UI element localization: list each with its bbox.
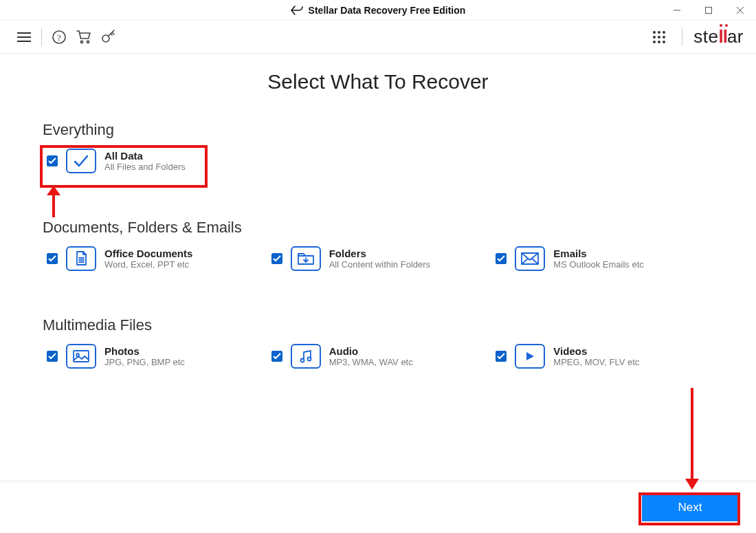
key-icon[interactable] [97,25,120,49]
checkbox-all-data[interactable] [47,155,58,166]
option-title: Photos [104,345,185,357]
svg-text:?: ? [57,32,61,42]
option-subtitle: All Files and Folders [104,162,186,172]
option-subtitle: JPG, PNG, BMP etc [104,357,185,367]
section-label-everything: Everything [43,121,713,139]
svg-point-12 [653,31,656,34]
option-title: Audio [329,345,413,357]
svg-rect-1 [706,8,712,14]
svg-point-10 [87,41,89,43]
back-arrow-icon [291,6,303,15]
svg-point-16 [658,36,660,39]
brand-logo: stellar [693,26,744,47]
checkbox-emails[interactable] [496,253,507,264]
next-button[interactable]: Next [642,494,738,521]
footer: Next [0,481,756,533]
svg-line-26 [522,259,528,264]
svg-point-9 [80,41,82,43]
option-subtitle: MP3, WMA, WAV etc [329,357,413,367]
section-docs: Documents, Folders & Emails Office Docum… [43,219,713,271]
checkbox-office-documents[interactable] [47,253,58,264]
maximize-button[interactable] [693,0,724,21]
option-title: Videos [553,345,639,357]
option-subtitle: All Content within Folders [329,259,430,270]
section-media: Multimedia Files Photos JPG, PNG, BMP et… [43,316,713,369]
titlebar: Stellar Data Recovery Free Edition [0,0,756,21]
separator [682,28,682,46]
minimize-button[interactable] [661,0,693,21]
option-title: Emails [553,248,644,259]
help-icon[interactable]: ? [47,25,71,49]
option-title: Office Documents [104,248,192,259]
checkbox-folders[interactable] [271,253,282,264]
svg-point-19 [658,41,660,43]
grid-apps-icon[interactable] [647,25,671,49]
option-office-documents[interactable]: Office Documents Word, Excel, PPT etc [47,246,265,271]
option-subtitle: Word, Excel, PPT etc [104,259,192,270]
svg-marker-32 [526,352,534,360]
image-icon [66,344,96,369]
checkbox-audio[interactable] [271,351,282,362]
page-title: Select What To Recover [43,70,713,94]
option-subtitle: MS Outlook Emails etc [553,259,644,270]
window-title: Stellar Data Recovery Free Edition [309,5,466,16]
option-videos[interactable]: Videos MPEG, MOV, FLV etc [496,344,713,369]
toolbar: ? stellar [0,21,756,54]
option-emails[interactable]: Emails MS Outlook Emails etc [496,246,713,271]
close-button[interactable] [724,0,756,21]
checkbox-videos[interactable] [496,351,507,362]
svg-line-27 [532,259,538,264]
check-icon [66,149,96,173]
svg-point-14 [663,31,665,34]
svg-point-13 [658,31,660,34]
section-label-media: Multimedia Files [43,316,713,334]
annotation-arrow-down [682,387,702,492]
checkbox-photos[interactable] [47,351,58,362]
option-title: All Data [104,150,186,162]
svg-point-18 [653,41,656,43]
svg-point-20 [663,41,665,43]
cart-icon[interactable] [72,25,96,49]
music-note-icon [291,344,321,369]
svg-point-31 [307,358,311,361]
main-content: Select What To Recover Everything All Da… [0,54,756,369]
folder-download-icon [291,246,321,271]
option-title: Folders [329,248,430,259]
option-photos[interactable]: Photos JPG, PNG, BMP etc [47,344,265,369]
window-controls [661,0,756,21]
svg-point-30 [300,359,304,362]
option-folders[interactable]: Folders All Content within Folders [271,246,489,271]
option-audio[interactable]: Audio MP3, WMA, WAV etc [271,344,489,369]
section-label-docs: Documents, Folders & Emails [43,219,713,237]
option-all-data[interactable]: All Data All Files and Folders [47,149,713,173]
svg-point-17 [663,36,665,39]
svg-point-15 [653,36,656,39]
separator [41,28,42,46]
svg-rect-28 [74,351,89,362]
hamburger-menu-icon[interactable] [12,25,36,49]
document-icon [66,246,96,271]
envelope-icon [515,246,545,271]
option-subtitle: MPEG, MOV, FLV etc [553,357,639,367]
play-icon [515,344,545,369]
section-everything: Everything All Data All Files and Folder… [43,121,713,173]
